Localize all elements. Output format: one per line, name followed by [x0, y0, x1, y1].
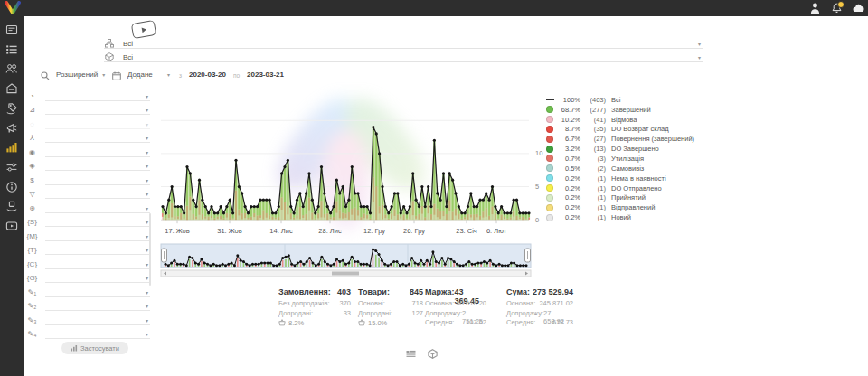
nav-handbox-icon[interactable] [0, 198, 24, 214]
nav-handle-left[interactable] [162, 249, 167, 262]
filter-select[interactable]: ▾ [45, 174, 150, 185]
filter-select-row[interactable]: ◈▾ [25, 157, 150, 172]
legend-item[interactable]: 0.2%(1)Відправлений [546, 202, 694, 212]
legend-item[interactable]: 0.2%(1)Новий [546, 212, 694, 222]
legend-item[interactable]: 68.7%(277)Завершений [546, 105, 694, 115]
filter-select-row[interactable]: ⅄▾ [25, 129, 150, 144]
user-icon[interactable] [809, 2, 821, 14]
legend-label: Самовивіз [611, 164, 644, 173]
h-scrollbar-thumb[interactable] [332, 272, 359, 276]
legend-item[interactable]: 0.2%(1)Прийнятий [546, 193, 694, 202]
filter-select[interactable]: ▾ [45, 243, 150, 255]
filter-select-row[interactable]: {T}▾ [25, 241, 150, 256]
legend-item[interactable]: 0.7%(3)Утилізація [546, 154, 694, 164]
legend-item[interactable]: 3.2%(13)DO Завершено [546, 144, 694, 154]
filter-select-row[interactable]: ✎₄▾ [25, 325, 150, 340]
date-to-input[interactable]: 2023-03-21 [243, 70, 288, 80]
cube-view-icon[interactable] [428, 346, 438, 362]
filter-select[interactable]: ▾ [45, 103, 150, 115]
filter-select[interactable]: ▾ [45, 187, 150, 199]
filter-select[interactable]: ▾ [45, 118, 150, 129]
globe-icon: ⊕ [25, 204, 39, 213]
filter-select[interactable]: ▾ [45, 215, 150, 227]
legend-item[interactable]: 6.7%(27)Повернення (завершений) [546, 134, 694, 144]
bell-icon[interactable] [831, 2, 843, 14]
stat-column: Товари:845Основні:718Допродані:12715.0% [358, 287, 423, 328]
filter-select-row[interactable]: ⊕▾ [25, 199, 150, 213]
filter-select-row[interactable]: ✎₁▾ [25, 283, 150, 297]
filter-select-row[interactable]: ⊿▾ [25, 101, 150, 116]
nav-sales-tag-icon[interactable] [0, 100, 24, 117]
filter-select-row[interactable]: {M}▾ [25, 227, 150, 241]
filter-select-row[interactable]: {G}▾ [25, 269, 150, 284]
chevron-down-icon: ▾ [100, 72, 107, 79]
filter-select[interactable]: ▾ [45, 286, 150, 297]
nav-customers-icon[interactable] [0, 61, 24, 77]
status-filter-value: Всі [123, 40, 696, 48]
date-field-select[interactable]: Додане ▾ [125, 70, 172, 80]
filter-select[interactable]: ▾ [45, 159, 150, 171]
app-logo-icon[interactable] [4, 1, 22, 15]
chevron-down-icon: ▾ [144, 332, 150, 338]
legend-count: (1) [580, 193, 606, 202]
product-filter-select[interactable]: Всі ▾ [104, 51, 703, 62]
filter-select[interactable]: ▾ [45, 258, 150, 269]
filter-select[interactable]: ▾ [45, 271, 150, 283]
panel-scrollbar[interactable] [149, 213, 151, 286]
filter-select[interactable]: ▾ [45, 131, 150, 143]
stat-sub-value: 718 [411, 299, 423, 309]
legend-dot-marker [546, 126, 553, 133]
nav-video-icon[interactable] [0, 218, 24, 234]
apply-button[interactable]: Застосувати [61, 342, 128, 354]
top-bar [0, 0, 868, 16]
filter-select-row[interactable]: {S}▾ [25, 213, 150, 228]
product-box-icon [104, 52, 114, 61]
filter-select[interactable]: ▾ [45, 202, 150, 213]
cloud-icon[interactable] [853, 2, 864, 14]
nav-analytics-icon[interactable] [0, 139, 24, 155]
legend-item[interactable]: 100%(403)Всі [546, 95, 694, 105]
filter-select-row[interactable]: ✎₃▾ [25, 311, 150, 325]
nav-info-icon[interactable] [0, 179, 24, 195]
nav-store-icon[interactable] [0, 80, 24, 97]
filter-select[interactable]: ▾ [45, 314, 150, 325]
basket-percent: 8.2% [288, 319, 304, 327]
legend-label: Прийнятий [611, 193, 646, 202]
filter-select-row[interactable]: $▾ [25, 171, 150, 185]
date-from-input[interactable]: 2020-03-20 [185, 70, 230, 80]
filter-select[interactable]: ▾ [45, 327, 150, 339]
list-view-icon[interactable] [406, 346, 416, 362]
search-icon[interactable] [40, 70, 50, 80]
legend-item[interactable]: 10.2%(41)Відмова [546, 115, 694, 125]
legend-item[interactable]: 0.2%(1)Нема в наявності [546, 174, 694, 183]
legend-item[interactable]: 0.5%(2)Самовивіз [546, 164, 694, 174]
chart-navigator[interactable] [158, 242, 547, 282]
filter-select-row[interactable]: ◌▾ [25, 115, 150, 129]
nav-announce-icon[interactable] [0, 120, 24, 136]
search-mode-select[interactable]: Розширений ▾ [53, 70, 104, 80]
nav-handle-right[interactable] [525, 249, 531, 262]
video-badge-icon[interactable] [131, 20, 157, 39]
legend-item[interactable]: 0.2%(1)DO Отправлено [546, 183, 694, 193]
nav-sliders-icon[interactable] [0, 159, 24, 175]
nav-orders-list-icon[interactable] [0, 42, 24, 58]
legend-item[interactable]: 8.7%(35)DO Возврат склад [546, 125, 694, 135]
stat-column: Сума:273 529.94Основна:245 871.02Допрода… [506, 287, 573, 328]
main-chart[interactable]: 051017. Жов31. Жов14. Лис28. Лис12. Гру2… [158, 87, 547, 240]
filter-select[interactable]: ▾ [45, 230, 150, 241]
filter-select-row[interactable]: ✎₂▾ [25, 297, 150, 312]
filter-select-row[interactable]: ◔▾ [25, 87, 150, 101]
date-from-label: з [179, 72, 182, 79]
stat-sub-value: 27 658.92 [543, 309, 573, 319]
nav-dashboard-icon[interactable] [0, 22, 24, 38]
filter-select[interactable]: ▾ [45, 299, 150, 311]
stat-sub-value: 370 [339, 299, 351, 309]
filter-select[interactable]: ▾ [45, 146, 150, 157]
filter-select-row[interactable]: ◉▾ [25, 143, 150, 157]
filter-select-row[interactable]: {C}▾ [25, 255, 150, 269]
filter-select[interactable]: ▾ [45, 89, 150, 101]
custom-field-2-icon: {G} [25, 274, 39, 283]
status-filter-select[interactable]: Всі ▾ [104, 37, 703, 49]
filter-select-row[interactable]: ▽▾ [25, 185, 150, 200]
stat-sub-value: 33 [344, 309, 351, 319]
